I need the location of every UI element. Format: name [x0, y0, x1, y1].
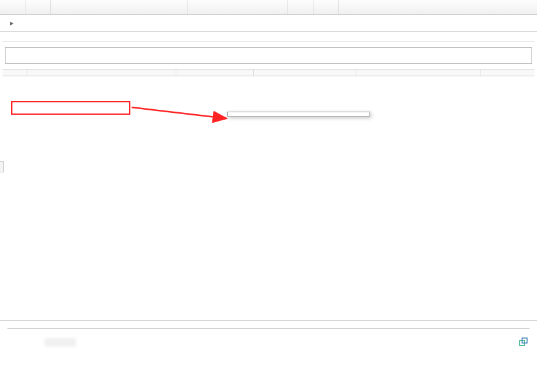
link-icon — [519, 337, 528, 346]
col-desc[interactable] — [176, 69, 254, 76]
task-sequence-table — [2, 69, 535, 76]
ribbon-category[interactable] — [288, 0, 314, 14]
col-date[interactable] — [356, 69, 481, 76]
ribbon-bar — [0, 0, 537, 15]
detail-panel — [0, 320, 537, 392]
breadcrumb: ▸ — [0, 15, 537, 32]
col-pkg[interactable] — [254, 69, 356, 76]
ribbon-deploy[interactable] — [163, 0, 188, 14]
side-collapse-handle[interactable] — [0, 161, 4, 172]
annotation-red-box — [11, 101, 130, 115]
context-menu — [227, 112, 370, 117]
ribbon-properties[interactable] — [314, 0, 339, 14]
detail-name-value — [45, 337, 77, 347]
table-header — [2, 69, 535, 76]
col-icon[interactable] — [2, 69, 27, 76]
col-name[interactable] — [27, 69, 176, 76]
detail-name-label — [7, 337, 45, 347]
ribbon-move[interactable] — [263, 0, 288, 14]
ribbon-search[interactable] — [0, 0, 25, 14]
chevron-right-icon: ▸ — [10, 19, 14, 27]
search-input[interactable] — [5, 47, 532, 64]
related-link[interactable] — [519, 337, 530, 346]
svg-line-1 — [132, 107, 227, 118]
annotation-arrow — [130, 101, 236, 126]
ribbon-task-sequence[interactable] — [25, 0, 51, 14]
list-search[interactable] — [5, 47, 532, 64]
